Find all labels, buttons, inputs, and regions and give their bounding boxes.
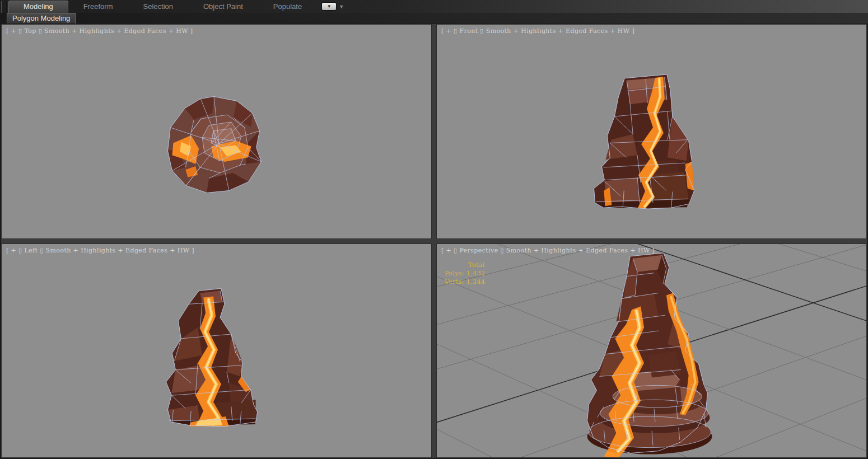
viewport-front[interactable]: [ + ▯ Front ▯ Smooth + Highlights + Edge…	[436, 24, 867, 239]
tab-freeform[interactable]: Freeform	[68, 1, 128, 13]
ribbon: Modeling Freeform Selection Object Paint…	[0, 0, 868, 24]
viewport-left[interactable]: [ + ▯ Left ▯ Smooth + Highlights + Edged…	[1, 243, 432, 458]
chevron-down-icon[interactable]: ▼	[339, 4, 344, 10]
viewport-perspective[interactable]: [ + ▯ Perspective ▯ Smooth + Highlights …	[436, 243, 867, 458]
stats-total-label: Total	[445, 261, 485, 269]
ribbon-panel-bar: Polygon Modeling	[0, 13, 868, 24]
tab-selection[interactable]: Selection	[128, 1, 188, 13]
panel-tab-polygon-modeling[interactable]: Polygon Modeling	[7, 13, 76, 24]
rock-perspective	[587, 252, 712, 454]
viewport-top-label[interactable]: [ + ▯ Top ▯ Smooth + Highlights + Edged …	[6, 27, 193, 35]
stats-polys: Polys: 1,432	[445, 269, 485, 278]
ribbon-minimize-icon[interactable]: ▼	[321, 2, 337, 11]
ribbon-grip-handle[interactable]	[1, 1, 7, 13]
viewport-grid: [ + ▯ Top ▯ Smooth + Highlights + Edged …	[0, 24, 868, 459]
tab-modeling[interactable]: Modeling	[8, 1, 68, 13]
poly-count-readout: Total Polys: 1,432 Verts: 1,344	[445, 261, 485, 286]
model-top-view	[2, 25, 431, 238]
3ds-max-window: Modeling Freeform Selection Object Paint…	[0, 0, 868, 459]
viewport-perspective-label[interactable]: [ + ▯ Perspective ▯ Smooth + Highlights …	[441, 247, 655, 254]
ribbon-tab-bar: Modeling Freeform Selection Object Paint…	[0, 0, 868, 13]
model-perspective-view	[437, 244, 866, 458]
stats-verts: Verts: 1,344	[445, 278, 485, 286]
model-front-view	[437, 25, 866, 238]
viewport-top[interactable]: [ + ▯ Top ▯ Smooth + Highlights + Edged …	[1, 24, 432, 239]
tab-populate[interactable]: Populate	[258, 1, 317, 13]
ribbon-display-toggle-button[interactable]: ▼ ▼	[321, 2, 344, 11]
model-left-view	[2, 244, 431, 458]
viewport-front-label[interactable]: [ + ▯ Front ▯ Smooth + Highlights + Edge…	[441, 27, 634, 35]
viewport-left-label[interactable]: [ + ▯ Left ▯ Smooth + Highlights + Edged…	[6, 247, 194, 254]
tab-object-paint[interactable]: Object Paint	[188, 1, 258, 13]
